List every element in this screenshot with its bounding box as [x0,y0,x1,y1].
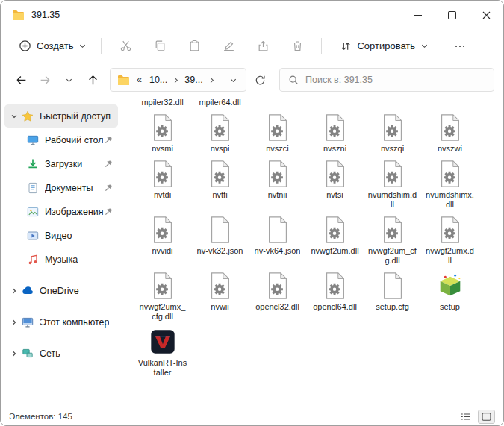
arrow-left-icon [15,74,28,87]
sidebar-item-pictures[interactable]: Изображения [4,200,118,223]
file-tile[interactable]: nvtnii [249,157,306,213]
sidebar-item-this-pc[interactable]: Этот компьютер [4,310,118,333]
file-tile[interactable]: mpiler32.dll [134,98,191,111]
file-label: nvwgf2umx.dll [426,246,475,266]
file-tile[interactable]: setup.cfg [364,269,421,325]
pin-icon [104,207,114,217]
file-tile[interactable]: nvwgf2umx_cfg.dll [134,269,191,325]
address-bar[interactable]: « 10... 39... [110,68,246,92]
file-tile[interactable]: nvszni [306,111,364,157]
file-tile[interactable]: nvwgf2um.dll [306,213,364,269]
close-button[interactable] [469,1,503,29]
sidebar-item-documents[interactable]: Документы [4,176,118,199]
minimize-button[interactable] [400,1,435,29]
share-icon [257,40,270,52]
sidebar-item-label: OneDrive [40,286,79,296]
dll-file-icon [379,113,407,142]
file-label: nv-vk64.json [255,246,301,256]
setup-file-icon [436,272,464,300]
details-view-button[interactable] [457,410,474,424]
video-icon [27,230,40,242]
new-button[interactable]: Создать [11,35,94,57]
file-file-icon [264,216,292,244]
file-tile[interactable]: opencl32.dll [249,269,306,325]
maximize-button[interactable] [435,1,469,29]
file-label: nvszqi [381,144,404,154]
sidebar-item-quick-access[interactable]: Быстрый доступ [4,104,118,128]
file-tile[interactable]: nvszci [249,111,306,157]
sidebar-item-label: Музыка [45,254,78,265]
explorer-window: 391.35 Создать [0,0,504,426]
forward-button[interactable] [34,69,56,91]
sidebar-item-label: Изображения [45,207,104,217]
file-label: nvszni [323,144,346,154]
arrow-up-icon [87,74,99,87]
file-tile[interactable]: nvsmi [134,111,191,157]
breadcrumb-item[interactable]: 10... [146,73,171,87]
more-options-button[interactable] [447,34,473,58]
file-tile[interactable]: mpiler64.dll [191,98,249,111]
copy-button[interactable] [145,34,175,59]
refresh-icon [255,75,266,86]
sort-button[interactable]: Сортировать [333,36,435,57]
breadcrumb-overflow[interactable]: « [133,73,146,87]
sidebar-item-onedrive[interactable]: OneDrive [4,279,118,302]
refresh-button[interactable] [249,69,271,91]
sidebar-item-video[interactable]: Видео [4,224,118,247]
file-tile[interactable]: nvszqi [364,111,421,157]
file-tile[interactable]: nvtfi [191,157,249,213]
toolbar-separator [321,38,322,54]
chevron-right-icon[interactable] [8,350,19,357]
breadcrumb-item[interactable]: 39... [181,73,206,87]
search-input[interactable] [305,75,485,85]
sidebar-item-network[interactable]: Сеть [4,342,118,365]
file-tile[interactable]: nvwgf2um_cfg.dll [364,213,421,269]
file-tile[interactable]: nvvidi [134,213,191,269]
file-tile[interactable]: nvumdshim.dll [364,157,421,213]
clipboard-icon [188,40,201,52]
network-icon [22,348,34,360]
share-button[interactable] [248,34,278,59]
dll-file-icon [264,160,292,188]
dll-file-icon [206,113,234,142]
sort-button-label: Сортировать [357,40,415,51]
paste-button[interactable] [179,34,209,59]
file-tile[interactable]: nvszwi [421,111,479,157]
window-title: 391.35 [31,10,60,20]
recent-locations-button[interactable] [57,69,80,91]
file-tile[interactable]: VulkanRT-Installer [134,325,191,381]
cut-button[interactable] [111,34,140,59]
folder-icon [117,75,130,86]
search-icon [288,75,299,85]
address-dropdown-chevron[interactable] [228,75,239,86]
vulkan-file-icon [149,328,177,356]
file-tile[interactable]: opencl64.dll [306,269,364,325]
back-button[interactable] [10,69,32,91]
window-controls [400,1,503,29]
file-label: setup.cfg [376,302,409,312]
search-box[interactable] [279,68,494,92]
title-bar: 391.35 [1,1,503,29]
chevron-right-icon[interactable] [8,319,19,326]
file-tile[interactable]: nvumdshimx.dll [421,157,479,213]
file-tile[interactable]: nv-vk64.json [249,213,306,269]
file-tile[interactable]: nv-vk32.json [191,213,249,269]
up-button[interactable] [81,69,104,91]
chevron-right-icon[interactable] [8,287,19,295]
sidebar-item-music[interactable]: Музыка [4,248,118,271]
file-tile[interactable]: nvwii [191,269,249,325]
sidebar-item-desktop[interactable]: Рабочий стол [4,128,118,151]
file-tile[interactable]: nvtdi [134,157,191,213]
sidebar-item-downloads[interactable]: Загрузки [4,152,118,175]
delete-button[interactable] [282,34,312,59]
file-tile[interactable]: nvspi [191,111,249,157]
file-tile[interactable]: nvtsi [306,157,364,213]
pictures-icon [27,206,40,218]
content-area: Быстрый доступ Рабочий стол Загрузки Док… [1,96,503,407]
chevron-down-icon[interactable] [8,113,19,120]
icons-view-button[interactable] [478,410,495,424]
file-tile[interactable]: setup [421,269,479,325]
rename-button[interactable] [214,34,243,59]
file-tile[interactable]: nvwgf2umx.dll [421,213,479,269]
file-label: nv-vk32.json [197,246,243,256]
